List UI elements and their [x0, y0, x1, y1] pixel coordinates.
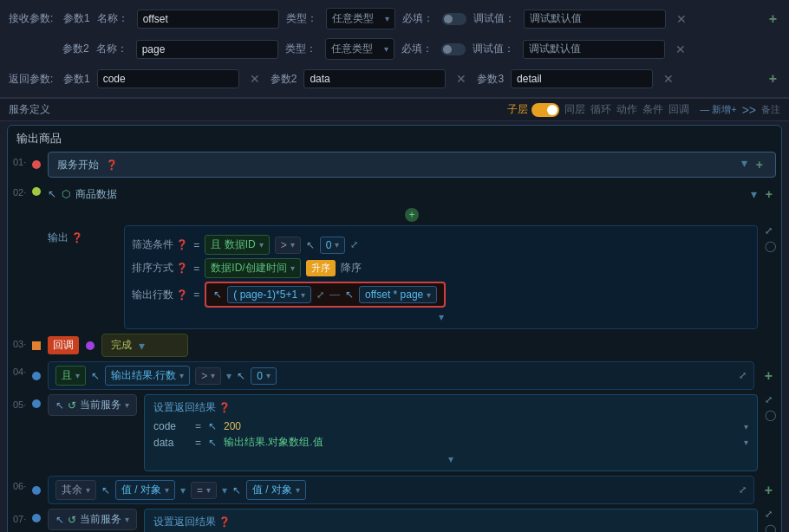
param2-debug-label: 调试值：: [473, 42, 514, 56]
param2-required-toggle[interactable]: [441, 43, 466, 55]
row-05-set-label: 设置返回结果: [153, 401, 216, 413]
row-06-op-arrow: ▾: [180, 484, 186, 496]
row-06-num: 06·: [13, 476, 32, 491]
row-05-expand-icon[interactable]: ⤢: [765, 394, 776, 405]
param1-debug-input[interactable]: [524, 10, 666, 29]
row-07-expand-icon[interactable]: ⤢: [765, 509, 776, 520]
child-toggle[interactable]: [531, 103, 559, 117]
row-05-chevron[interactable]: ▾: [125, 400, 129, 410]
ret-param3-tag: 参数3: [477, 72, 504, 87]
row-05-data-eq: =: [195, 437, 201, 449]
param2-type-select[interactable]: 任意类型 ▾: [325, 38, 394, 60]
row-05-code-cursor: ↖: [208, 420, 217, 432]
ret-param1-tag: 参数1: [63, 72, 90, 87]
row-05-service-label: 当前服务: [80, 398, 121, 412]
row-06-add[interactable]: +: [761, 481, 776, 500]
param1-required-toggle[interactable]: [442, 13, 466, 25]
row-04-add[interactable]: +: [761, 367, 776, 386]
row-05-code-chevron[interactable]: ▾: [744, 422, 748, 431]
asc-btn[interactable]: 升序: [306, 260, 336, 276]
output-rows-cursor2: ↖: [345, 289, 354, 301]
same-tab[interactable]: 同层: [564, 102, 585, 117]
row-03-dot: [32, 341, 41, 350]
param1-tag: 参数1: [63, 11, 90, 26]
filter-value-select[interactable]: 0▾: [320, 237, 346, 254]
row-07-service-label: 当前服务: [80, 512, 121, 527]
child-tab[interactable]: 子层: [507, 102, 559, 117]
row-06-op-select[interactable]: =▾: [191, 482, 217, 499]
row-05-expand-arrow[interactable]: ▾: [448, 453, 453, 465]
filter-expand[interactable]: ⤢: [350, 239, 358, 250]
service-start-label: 服务开始: [57, 158, 99, 172]
row-02-select[interactable]: ▾: [751, 187, 757, 201]
row-06-field1-select[interactable]: 值 / 对象▾: [115, 480, 175, 500]
row-02-add[interactable]: +: [762, 185, 776, 203]
param2-required-label: 必填：: [401, 42, 433, 56]
row-05-code-val: 200: [224, 420, 241, 432]
action-tab[interactable]: 动作: [616, 102, 637, 117]
ret-param1-close[interactable]: ✕: [246, 70, 264, 88]
desc-label: 降序: [341, 261, 362, 276]
row-05-data-chevron[interactable]: ▾: [744, 438, 748, 447]
param1-close-btn[interactable]: ✕: [673, 10, 690, 28]
output-rows-label: 输出行数 ❓: [132, 288, 188, 302]
output-rows-expand1[interactable]: ⤢: [316, 289, 324, 301]
row-04-field-select[interactable]: 输出结果.行数▾: [105, 366, 190, 386]
param2-tag: 参数2: [62, 42, 89, 56]
callback-tag: 回调: [48, 336, 79, 354]
output-rows-expr2-select[interactable]: offset * page▾: [359, 286, 437, 303]
param1-name-input[interactable]: [137, 10, 279, 29]
complete-select[interactable]: ▾: [139, 339, 145, 353]
row-04-cursor: ↖: [91, 370, 100, 382]
service-start-add[interactable]: +: [753, 156, 766, 173]
row-05-set-result: 设置返回结果 ❓ code = ↖ 200 ▾ data = ↖ 输出结: [144, 394, 758, 471]
param2-close-btn[interactable]: ✕: [672, 41, 689, 58]
row-04-dot: [32, 372, 41, 380]
row-05-data-val: 输出结果.对象数组.值: [224, 435, 323, 450]
add-plus-label[interactable]: — 新增+: [700, 103, 736, 116]
row-05-set-help: ❓: [218, 402, 231, 412]
row-02-expand-plus[interactable]: +: [405, 208, 419, 222]
ret-param3-input[interactable]: [511, 69, 653, 88]
row-07-close-icon[interactable]: ◯: [765, 523, 776, 532]
filter-field-select[interactable]: 且 数据ID▾: [205, 235, 269, 255]
ret-param1-input[interactable]: [97, 69, 239, 88]
row-07-chevron[interactable]: ▾: [125, 515, 129, 524]
more-btn[interactable]: >>: [742, 103, 756, 117]
param2-name-input[interactable]: [136, 40, 278, 59]
param-add-btn[interactable]: +: [766, 10, 780, 29]
param1-type-select[interactable]: 任意类型 ▾: [326, 8, 395, 29]
back-tab[interactable]: 回调: [668, 102, 689, 117]
filter-label: 筛选条件 ❓: [132, 237, 188, 252]
ret-param2-input[interactable]: [303, 69, 446, 88]
service-start-select[interactable]: ▾: [741, 156, 747, 173]
row-06-field2-select[interactable]: 值 / 对象▾: [246, 480, 306, 500]
child-tab-label: 子层: [507, 102, 528, 117]
row-04-expand[interactable]: ⤢: [739, 370, 747, 381]
row-06-cond-select[interactable]: 其余▾: [55, 480, 96, 500]
row-05-cursor-icon: ↖: [55, 399, 64, 412]
ret-param2-close[interactable]: ✕: [453, 70, 470, 88]
loop-tab[interactable]: 循环: [590, 102, 611, 117]
output-close-icon[interactable]: ◯: [765, 240, 776, 252]
row-05-close-icon[interactable]: ◯: [765, 409, 776, 421]
sort-eq: =: [193, 263, 199, 275]
row-04-value-select[interactable]: 0▾: [251, 367, 277, 385]
ret-param3-close[interactable]: ✕: [660, 70, 677, 88]
row-04-op-select[interactable]: >▾: [195, 367, 221, 385]
ret-add-btn[interactable]: +: [766, 69, 780, 88]
row-04-cond-select[interactable]: 且▾: [55, 366, 86, 386]
sort-field-select[interactable]: 数据ID/创建时间▾: [205, 258, 300, 278]
row-06-expand[interactable]: ⤢: [739, 484, 747, 496]
output-rows-expr1-select[interactable]: ( page-1)*5+1▾: [227, 286, 311, 303]
ret-param2-tag: 参数2: [271, 72, 297, 87]
param2-debug-input[interactable]: [523, 40, 665, 59]
filter-op-select[interactable]: >▾: [275, 237, 301, 254]
output-expand-icon[interactable]: ⤢: [765, 225, 776, 237]
condition-tab[interactable]: 条件: [642, 102, 663, 117]
output-expand-arrow[interactable]: ▾: [439, 311, 444, 323]
row-06-cursor1: ↖: [101, 484, 110, 496]
output-label: 输出: [48, 231, 71, 243]
filter-cursor-icon: ↖: [306, 239, 315, 251]
output-rows-dash: —: [329, 289, 340, 301]
